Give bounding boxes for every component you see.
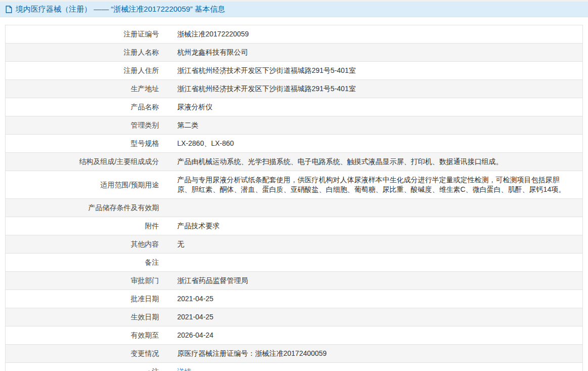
row-label: 产品名称 <box>6 98 168 116</box>
table-row: 型号规格 LX-2860、LX-860 <box>6 135 583 153</box>
table-row: 批准日期 2021-04-25 <box>6 290 583 308</box>
row-label: 结构及组成/主要组成成分 <box>6 153 168 171</box>
table-row: 生效日期 2021-04-25 <box>6 308 583 326</box>
table-row: 结构及组成/主要组成成分 产品由机械运动系统、光学扫描系统、电子电路系统、触摸式… <box>6 153 583 171</box>
table-row: 注册证编号 浙械注准20172220059 <box>6 25 583 44</box>
row-value: 原医疗器械注册证编号：浙械注准20172400059 <box>168 345 583 363</box>
row-value: LX-2860、LX-860 <box>168 135 583 153</box>
row-label: 其他内容 <box>6 235 168 254</box>
table-row: 审批部门 浙江省药品监督管理局 <box>6 272 583 290</box>
note-bullet-icon: ● <box>147 368 151 371</box>
page-title: 境内医疗器械（注册） —— “浙械注准20172220059” 基本信息 <box>16 5 225 14</box>
row-label: 审批部门 <box>6 272 168 290</box>
document-icon <box>6 6 12 13</box>
table-row: 管理类别 第二类 <box>6 116 583 135</box>
row-value: 产品技术要求 <box>168 217 583 235</box>
row-label: 附件 <box>6 217 168 235</box>
row-value: 浙械注准20172220059 <box>168 25 583 44</box>
row-value: 浙江省杭州经济技术开发区下沙街道福城路291号5-401室 <box>168 80 583 98</box>
table-row: 注册人住所 浙江省杭州经济技术开发区下沙街道福城路291号5-401室 <box>6 62 583 80</box>
row-value: 产品与专用尿液分析试纸条配套使用，供医疗机构对人体尿液样本中生化成分进行半定量或… <box>168 171 583 199</box>
row-label: 备注 <box>6 254 168 272</box>
row-label: 注册证编号 <box>6 25 168 44</box>
table-row: 附件 产品技术要求 <box>6 217 583 235</box>
row-value: 2021-04-25 <box>168 290 583 308</box>
row-value: 无 <box>168 235 583 254</box>
table-row: ●注 详情 <box>6 363 583 371</box>
row-value: 浙江省杭州经济技术开发区下沙街道福城路291号5-401室 <box>168 62 583 80</box>
row-label: 管理类别 <box>6 116 168 135</box>
row-value: 尿液分析仪 <box>168 98 583 116</box>
row-value: 第二类 <box>168 116 583 135</box>
row-label: 生效日期 <box>6 308 168 326</box>
row-value <box>168 254 583 272</box>
row-value: 2021-04-25 <box>168 308 583 326</box>
table-row: 产品名称 尿液分析仪 <box>6 98 583 116</box>
row-value: 2026-04-24 <box>168 326 583 345</box>
page: 境内医疗器械（注册） —— “浙械注准20172220059” 基本信息 注册证… <box>0 2 588 371</box>
row-label: 变更情况 <box>6 345 168 363</box>
row-label: 注册人住所 <box>6 62 168 80</box>
table-row: 备注 <box>6 254 583 272</box>
info-table-body: 注册证编号 浙械注准20172220059 注册人名称 杭州龙鑫科技有限公司 注… <box>6 25 583 371</box>
row-label: 生产地址 <box>6 80 168 98</box>
table-row: 注册人名称 杭州龙鑫科技有限公司 <box>6 44 583 62</box>
table-row: 其他内容 无 <box>6 235 583 254</box>
row-value: 详情 <box>168 363 583 371</box>
table-row: 变更情况 原医疗器械注册证编号：浙械注准20172400059 <box>6 345 583 363</box>
row-label: 批准日期 <box>6 290 168 308</box>
table-row: 产品储存条件及有效期 <box>6 199 583 217</box>
row-value: 浙江省药品监督管理局 <box>168 272 583 290</box>
table-row: 生产地址 浙江省杭州经济技术开发区下沙街道福城路291号5-401室 <box>6 80 583 98</box>
row-label: 有效期至 <box>6 326 168 345</box>
page-header: 境内医疗器械（注册） —— “浙械注准20172220059” 基本信息 <box>0 2 588 17</box>
row-label: 型号规格 <box>6 135 168 153</box>
row-value <box>168 199 583 217</box>
row-label: 注册人名称 <box>6 44 168 62</box>
table-row: 有效期至 2026-04-24 <box>6 326 583 345</box>
table-row: 适用范围/预期用途 产品与专用尿液分析试纸条配套使用，供医疗机构对人体尿液样本中… <box>6 171 583 199</box>
detail-link[interactable]: 详情 <box>177 367 192 371</box>
info-table: 注册证编号 浙械注准20172220059 注册人名称 杭州龙鑫科技有限公司 注… <box>5 25 583 371</box>
row-label: ●注 <box>6 363 168 371</box>
row-label: 适用范围/预期用途 <box>6 171 168 199</box>
row-value: 杭州龙鑫科技有限公司 <box>168 44 583 62</box>
row-value: 产品由机械运动系统、光学扫描系统、电子电路系统、触摸式液晶显示屏、打印机、数据通… <box>168 153 583 171</box>
row-label: 产品储存条件及有效期 <box>6 199 168 217</box>
